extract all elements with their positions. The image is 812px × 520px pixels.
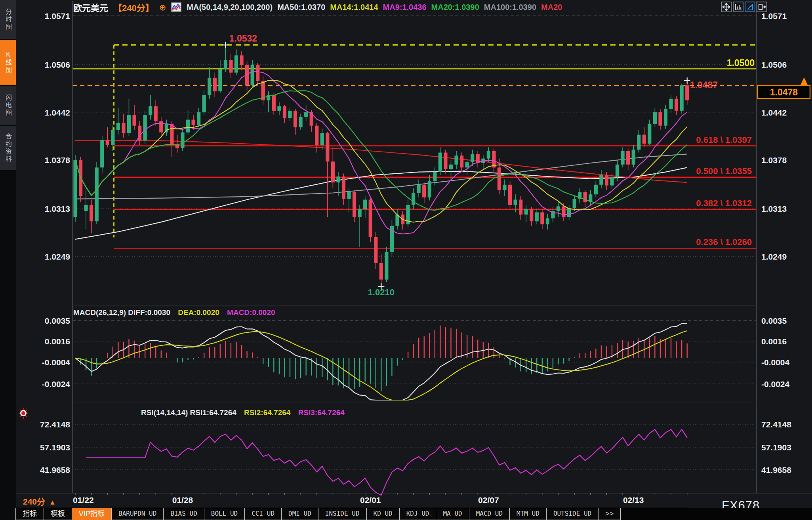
ma-value-label-6: MA20	[541, 3, 562, 11]
candle-body	[637, 135, 640, 150]
rsi2-label: RSI2:64.7264	[244, 408, 290, 417]
candle-body	[508, 185, 512, 205]
macd-y-label-right: -0.0004	[761, 358, 790, 367]
ma-values: MA(50,14,9,20,100,200)MA50:1.0370MA14:1.…	[187, 3, 567, 12]
candle-body	[272, 95, 276, 111]
candle-body	[648, 124, 651, 144]
candle-body	[116, 123, 120, 130]
sidebar-item-0[interactable]: 分时图	[0, 0, 16, 39]
tab-outside-ud[interactable]: OUTSIDE_UD	[546, 508, 599, 520]
period-selector[interactable]: 240分▲	[23, 495, 56, 507]
fib-label: 0.500 \ 1.0355	[696, 166, 752, 176]
tab-vip指标[interactable]: VIP指标	[72, 508, 112, 520]
candle-body	[460, 156, 463, 167]
chart-style-icon[interactable]	[171, 2, 181, 12]
tab-barupdn-ud[interactable]: BARUPDN_UD	[111, 508, 164, 520]
tab-dmi-ud[interactable]: DMI_UD	[281, 508, 318, 520]
candle-body	[685, 85, 689, 101]
rsi-y-label-right: 41.9658	[761, 465, 791, 474]
tab-指标[interactable]: 指标	[15, 508, 44, 520]
rsi-header: RSI(14,14,14) RSI1:64.7264 RSI2:64.7264 …	[141, 408, 345, 417]
candle-body	[132, 115, 136, 125]
candle-body	[535, 213, 539, 222]
candle-body	[444, 153, 447, 169]
macd-y-label-right: 0.0016	[761, 337, 787, 346]
candle-body	[127, 115, 131, 133]
tab-inside-ud[interactable]: INSIDE_UD	[318, 508, 367, 520]
tab-kdj-ud[interactable]: KDJ_UD	[399, 508, 436, 520]
window-arrow-icon[interactable]	[757, 2, 767, 12]
candle-body	[326, 133, 329, 161]
candle-body	[240, 55, 243, 65]
candle-body	[433, 172, 436, 181]
sidebar-item-2[interactable]: 闪电图	[0, 86, 16, 125]
main-y-label-left: 1.0506	[45, 60, 70, 69]
candle-body	[632, 150, 635, 165]
tab-bias-ud[interactable]: BIAS_UD	[163, 508, 204, 520]
tab-kd-ud[interactable]: KD_UD	[366, 508, 400, 520]
candle-body	[122, 123, 125, 133]
rsi-line	[86, 429, 687, 495]
main-y-label-right: 1.0571	[761, 11, 787, 21]
candle-body	[90, 205, 93, 222]
ma-value-label-3: MA9:1.0436	[383, 3, 427, 11]
sidebar: 分时图K线图闪电图合约资料	[0, 0, 16, 520]
candle-body	[385, 252, 388, 280]
candle-body	[379, 263, 383, 280]
tab-cci-ud[interactable]: CCI_UD	[244, 508, 282, 520]
macd-y-label-right: -0.0024	[761, 380, 790, 389]
ma-line-ma14	[75, 80, 687, 222]
move-tool-icon[interactable]	[721, 2, 732, 12]
add-indicator-icon[interactable]: ⊕	[159, 3, 166, 11]
ma-value-label-2: MA14:1.0414	[330, 3, 378, 11]
candle-body	[84, 205, 88, 211]
tab-模板[interactable]: 模板	[44, 508, 72, 520]
candle-body	[202, 95, 206, 112]
date-label: 01/22	[73, 495, 94, 505]
candle-body	[154, 106, 158, 121]
tab-macd-ud[interactable]: MACD_UD	[469, 508, 510, 520]
tab-boll-ud[interactable]: BOLL_UD	[204, 508, 245, 520]
candle-body	[658, 112, 662, 126]
chart-canvas[interactable]: 1.05711.05711.05061.05061.04421.04421.03…	[0, 0, 812, 520]
candle-body	[106, 140, 109, 145]
candle-body	[487, 151, 490, 159]
candle-body	[320, 133, 324, 145]
candle-body	[497, 167, 501, 190]
macd-y-label-left: -0.0004	[42, 358, 71, 367]
macd-y-label-left: 0.0035	[45, 316, 71, 325]
candle-body	[299, 117, 303, 127]
candle-body	[304, 112, 308, 117]
candle-body	[546, 218, 549, 224]
candle-body	[616, 165, 619, 177]
alert-dot-icon[interactable]	[17, 407, 29, 419]
axis-chart-right-active-icon[interactable]	[745, 2, 755, 12]
candle-body	[471, 154, 474, 162]
macd-params-label: MACD(26,12,9) DIFF:0.0030	[73, 308, 170, 317]
candle-body	[342, 176, 345, 199]
main-y-label-left: 1.0378	[45, 156, 71, 165]
sidebar-item-1[interactable]: K线图	[0, 40, 16, 85]
tab-mtm-ud[interactable]: MTM_UD	[509, 508, 547, 520]
rsi-y-label-right: 72.4148	[761, 420, 791, 429]
candle-body	[680, 85, 684, 111]
main-y-label-left: 1.0313	[45, 204, 70, 213]
chart-header: 欧元美元 【240分】 ⊕ MA(50,14,9,20,100,200)MA50…	[73, 1, 567, 13]
axis-chart-left-icon[interactable]	[733, 2, 743, 12]
candle-body	[454, 156, 458, 165]
candle-body	[175, 145, 179, 148]
tab-ma-ud[interactable]: MA_UD	[436, 508, 469, 520]
candle-body	[642, 135, 646, 144]
sidebar-item-3[interactable]: 合约资料	[0, 126, 16, 170]
rsi-y-label-left: 57.1903	[40, 443, 70, 452]
ma-line-ma50	[75, 167, 687, 239]
ma-value-label-4: MA20:1.0390	[431, 3, 479, 11]
candle-body	[186, 120, 190, 132]
candle-body	[73, 160, 77, 217]
date-label: 01/28	[172, 495, 193, 505]
candle-body	[621, 151, 625, 165]
main-y-label-left: 1.0442	[45, 108, 70, 117]
macd-dea-label: DEA:0.0020	[178, 308, 219, 317]
symbol-title: 欧元美元	[73, 1, 108, 13]
tab--[interactable]: >>	[598, 508, 621, 520]
